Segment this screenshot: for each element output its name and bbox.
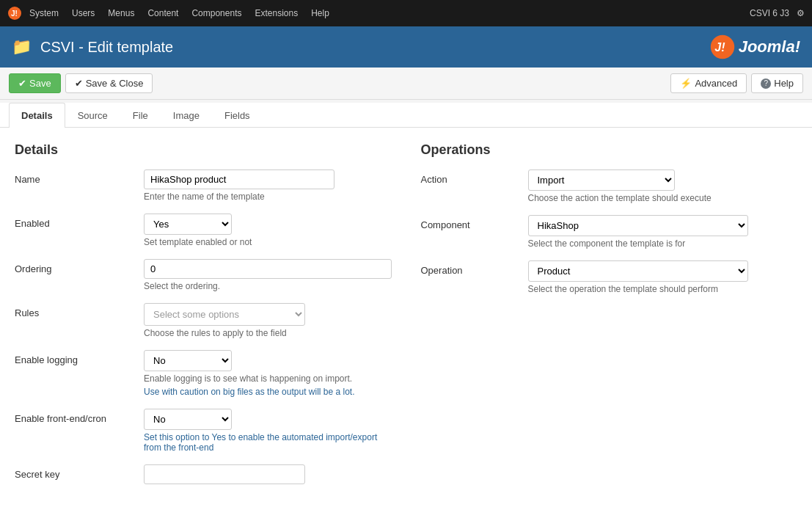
rules-field: Select some options Choose the rules to …: [144, 303, 392, 338]
rules-hint: Choose the rules to apply to the field: [144, 328, 392, 338]
tab-fields[interactable]: Fields: [212, 103, 263, 128]
nav-users[interactable]: Users: [66, 0, 100, 26]
secret-key-label: Secret key: [15, 464, 132, 480]
nav-content[interactable]: Content: [142, 0, 184, 26]
nav-help[interactable]: Help: [305, 0, 335, 26]
ordering-hint: Select the ordering.: [144, 281, 392, 291]
name-hint: Enter the name of the template: [144, 192, 392, 202]
enabled-field: Yes No Set template enabled or not: [144, 214, 392, 247]
secret-key-input[interactable]: [144, 464, 305, 484]
operation-field-row: Operation Product Select the operation t…: [421, 260, 798, 294]
logging-hint2: Use with caution on big files as the out…: [144, 387, 392, 397]
details-title: Details: [15, 142, 392, 158]
tab-source[interactable]: Source: [65, 103, 120, 128]
logging-field: No Yes Enable logging is to see what is …: [144, 350, 392, 397]
joomla-logo: J! Joomla!: [709, 34, 800, 60]
frontend-field-row: Enable front-end/cron No Yes Set this op…: [15, 409, 392, 453]
frontend-hint: Set this option to Yes to enable the aut…: [144, 432, 392, 453]
action-label: Action: [421, 169, 516, 185]
logging-select[interactable]: No Yes: [144, 350, 232, 371]
rules-select[interactable]: Select some options: [144, 303, 305, 326]
action-select[interactable]: Import Export: [528, 169, 675, 191]
nav-components[interactable]: Components: [186, 0, 247, 26]
lightning-icon: ⚡: [680, 78, 692, 89]
secret-key-field: [144, 464, 392, 484]
gear-icon[interactable]: ⚙: [797, 8, 805, 18]
page-header: 📁 CSVI - Edit template J! Joomla!: [0, 26, 812, 68]
ordering-field: Select the ordering.: [144, 259, 392, 291]
operation-hint: Select the operation the template should…: [528, 284, 798, 294]
operation-select[interactable]: Product: [528, 260, 748, 282]
name-label: Name: [15, 169, 132, 185]
operation-field: Product Select the operation the templat…: [528, 260, 798, 294]
component-field: HikaShop Select the component the templa…: [528, 215, 798, 249]
logging-field-row: Enable logging No Yes Enable logging is …: [15, 350, 392, 397]
joomla-logo-icon: J!: [709, 34, 736, 60]
toolbar: ✔ Save ✔ Save & Close ⚡ Advanced ? Help: [0, 68, 812, 100]
enabled-field-row: Enabled Yes No Set template enabled or n…: [15, 214, 392, 247]
operation-label: Operation: [421, 260, 516, 276]
operations-title: Operations: [421, 142, 798, 158]
joomla-small-icon: J!: [7, 6, 22, 21]
nav-extensions[interactable]: Extensions: [249, 0, 304, 26]
logging-hint1: Enable logging is to see what is happeni…: [144, 373, 392, 384]
frontend-field: No Yes Set this option to Yes to enable …: [144, 409, 392, 453]
ordering-field-row: Ordering Select the ordering.: [15, 259, 392, 291]
tab-details[interactable]: Details: [9, 103, 65, 128]
tab-image[interactable]: Image: [161, 103, 212, 128]
main-content: Details Name Enter the name of the templ…: [0, 128, 812, 507]
name-input[interactable]: [144, 169, 334, 189]
help-icon: ?: [761, 79, 771, 89]
component-hint: Select the component the template is for: [528, 238, 798, 249]
csvi-version: CSVI 6 J3: [750, 8, 789, 18]
details-section: Details Name Enter the name of the templ…: [15, 142, 392, 496]
component-select[interactable]: HikaShop: [528, 215, 748, 236]
svg-text:J!: J!: [11, 10, 18, 18]
save-button[interactable]: ✔ Save: [9, 73, 61, 93]
action-hint: Choose the action the template should ex…: [528, 193, 798, 203]
nav-system[interactable]: System: [23, 0, 65, 26]
nav-menus[interactable]: Menus: [102, 0, 140, 26]
secret-key-row: Secret key: [15, 464, 392, 484]
page-title: CSVI - Edit template: [40, 39, 709, 56]
frontend-select[interactable]: No Yes: [144, 409, 232, 430]
svg-text:J!: J!: [714, 40, 725, 54]
ordering-label: Ordering: [15, 259, 132, 274]
save-icon: ✔: [18, 78, 26, 89]
advanced-button[interactable]: ⚡ Advanced: [670, 73, 747, 93]
logging-label: Enable logging: [15, 350, 132, 365]
enabled-hint: Set template enabled or not: [144, 237, 392, 247]
action-field: Import Export Choose the action the temp…: [528, 169, 798, 203]
tab-bar: Details Source File Image Fields: [0, 103, 812, 128]
ordering-input[interactable]: [144, 259, 392, 279]
name-field: Enter the name of the template: [144, 169, 392, 202]
top-navigation: J! System Users Menus Content Components…: [0, 0, 812, 26]
component-label: Component: [421, 215, 516, 230]
component-field-row: Component HikaShop Select the component …: [421, 215, 798, 249]
operations-section: Operations Action Import Export Choose t…: [421, 142, 798, 496]
frontend-label: Enable front-end/cron: [15, 409, 132, 424]
action-field-row: Action Import Export Choose the action t…: [421, 169, 798, 203]
rules-field-row: Rules Select some options Choose the rul…: [15, 303, 392, 338]
enabled-label: Enabled: [15, 214, 132, 229]
tab-file[interactable]: File: [120, 103, 161, 128]
name-field-row: Name Enter the name of the template: [15, 169, 392, 202]
save-close-button[interactable]: ✔ Save & Close: [65, 73, 153, 93]
check-icon: ✔: [75, 78, 83, 89]
enabled-select[interactable]: Yes No: [144, 214, 232, 235]
help-button[interactable]: ? Help: [751, 73, 803, 93]
rules-label: Rules: [15, 303, 132, 318]
folder-icon: 📁: [12, 37, 32, 56]
